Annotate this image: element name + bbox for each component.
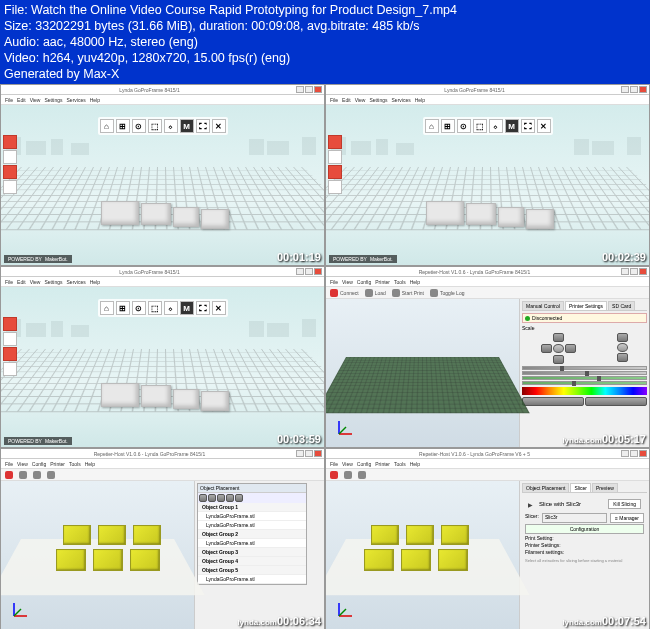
model-object[interactable] [98,525,126,545]
menu-help[interactable]: Help [410,279,420,285]
scale-tool[interactable] [3,165,17,179]
3d-viewport[interactable] [1,481,194,629]
maximize-button[interactable] [630,268,638,275]
front-view-button[interactable]: ⬚ [148,301,162,315]
close-button[interactable] [639,268,647,275]
rotate-tool[interactable] [3,332,17,346]
autoposition-button[interactable] [226,494,234,502]
menu-tools[interactable]: Tools [394,279,406,285]
top-view-button[interactable]: ⊞ [441,119,455,133]
side-view-button[interactable]: ⊙ [457,119,471,133]
model-part[interactable] [141,203,171,225]
feedrate-slider[interactable] [522,376,647,380]
rotate-tool[interactable] [3,150,17,164]
menu-file[interactable]: File [330,97,338,103]
menu-help[interactable]: Help [415,97,425,103]
model-object[interactable] [438,549,468,571]
object-item[interactable]: LyndaGoProFrame.stl [198,521,306,530]
model-object[interactable] [441,525,469,545]
menu-config[interactable]: Config [357,461,371,467]
menu-file[interactable]: File [330,279,338,285]
object-group[interactable]: Object Group 2 [198,530,306,539]
menu-file[interactable]: File [330,461,338,467]
remove-object-button[interactable] [208,494,216,502]
jog-x-plus[interactable] [565,344,576,353]
info-tool[interactable] [3,180,17,194]
makerbot-button[interactable]: M [180,119,194,133]
menu-settings[interactable]: Settings [369,97,387,103]
close-button[interactable] [314,268,322,275]
3d-viewport[interactable]: ⌂⊞⊙⬚⬦M⛶✕ POWERED BY MakerBot. [326,105,649,265]
menu-view[interactable]: View [30,279,41,285]
jog-y-minus[interactable] [553,355,564,364]
info-tool[interactable] [328,180,342,194]
tab-preview[interactable]: Preview [592,483,618,492]
model-part[interactable] [141,385,171,407]
extrude-button[interactable] [522,397,584,406]
log-icon[interactable] [430,289,438,297]
tab-printer-settings[interactable]: Printer Settings [565,301,607,310]
minimize-button[interactable] [621,450,629,457]
menu-file[interactable]: File [5,97,13,103]
makerbot-button[interactable]: M [505,119,519,133]
tab-slicer[interactable]: Slicer [570,483,591,492]
makerbot-button[interactable]: M [180,301,194,315]
home-view-button[interactable]: ⌂ [100,119,114,133]
maximize-button[interactable] [305,268,313,275]
expand-button[interactable]: ⛶ [196,301,210,315]
minimize-button[interactable] [296,268,304,275]
model-part[interactable] [466,203,496,225]
object-group[interactable]: Object Group 4 [198,557,306,566]
object-item[interactable]: LyndaGoProFrame.stl [198,575,306,584]
rotate-tool[interactable] [328,150,342,164]
object-group[interactable]: Object Group 3 [198,548,306,557]
tab-manual[interactable]: Manual Control [522,301,564,310]
model-object[interactable] [130,549,160,571]
model-part[interactable] [526,209,554,229]
jog-z-plus[interactable] [617,333,628,342]
maximize-button[interactable] [630,450,638,457]
move-tool[interactable] [3,135,17,149]
minimize-button[interactable] [296,86,304,93]
model-part[interactable] [101,383,139,407]
load-icon[interactable] [19,471,27,479]
home-view-button[interactable]: ⌂ [425,119,439,133]
move-tool[interactable] [3,317,17,331]
menu-help[interactable]: Help [90,279,100,285]
model-object[interactable] [371,525,399,545]
menu-edit[interactable]: Edit [342,97,351,103]
menu-view[interactable]: View [355,97,366,103]
menu-services[interactable]: Services [67,97,86,103]
slicer-select[interactable]: Slic3r [542,513,607,523]
exit-button[interactable]: ✕ [212,119,226,133]
jog-home-z[interactable] [617,343,628,352]
rotate-button[interactable]: ⬦ [489,119,503,133]
move-tool[interactable] [328,135,342,149]
add-object-button[interactable] [199,494,207,502]
load-icon[interactable] [344,471,352,479]
load-icon[interactable] [365,289,373,297]
model-part[interactable] [173,207,199,227]
3d-viewport[interactable]: ⌂ ⊞ ⊙ ⬚ ⬦ M ⛶ ✕ POWERED BY MakerBot. [1,105,324,265]
menu-config[interactable]: Config [32,461,46,467]
slice-button[interactable]: Slice with Slic3r [539,501,602,507]
menu-settings[interactable]: Settings [44,97,62,103]
model-part[interactable] [498,207,524,227]
scale-tool[interactable] [3,347,17,361]
minimize-button[interactable] [621,268,629,275]
model-object[interactable] [93,549,123,571]
jog-y-plus[interactable] [553,333,564,342]
expand-button[interactable]: ⛶ [196,119,210,133]
front-view-button[interactable]: ⬚ [473,119,487,133]
menu-view[interactable]: View [342,279,353,285]
3d-viewport[interactable] [326,481,519,629]
maximize-button[interactable] [305,86,313,93]
model-part[interactable] [173,389,199,409]
connect-icon[interactable] [330,471,338,479]
exit-button[interactable]: ✕ [212,301,226,315]
model-part[interactable] [101,201,139,225]
kill-slicing-button[interactable]: Kill Slicing [608,499,641,509]
menu-edit[interactable]: Edit [17,97,26,103]
object-group[interactable]: Object Group 1 [198,503,306,512]
menu-tools[interactable]: Tools [69,461,81,467]
